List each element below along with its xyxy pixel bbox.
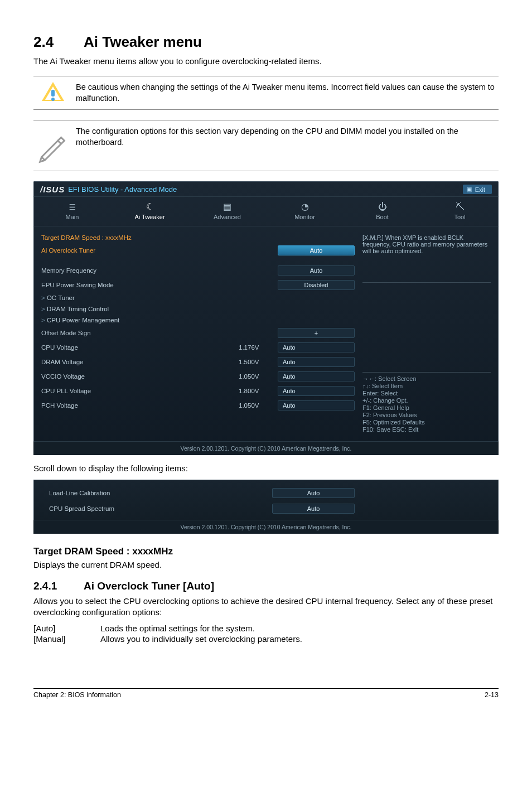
option-auto: [Auto]Loads the optimal settings for the… (33, 624, 499, 633)
tab-monitor[interactable]: ◔Monitor (266, 197, 344, 226)
bios-tab-bar: ≣Main ☾Ai Tweaker ▤Advanced ◔Monitor ⏻Bo… (33, 196, 499, 226)
bios-key-help: →←: Select Screen ↑↓: Select Item Enter:… (362, 372, 491, 433)
exit-button[interactable]: ▣ Exit (463, 185, 492, 194)
bios-footer-2: Version 2.00.1201. Copyright (C) 2010 Am… (33, 520, 499, 534)
scroll-instruction: Scroll down to display the following ite… (33, 463, 499, 474)
bios-logo: /ISUS (40, 185, 65, 194)
epu-power-saving-row[interactable]: EPU Power Saving Mode Disabled (41, 278, 355, 292)
subsection-heading: 2.4.1Ai Overclock Tuner [Auto] (33, 580, 499, 592)
tab-main[interactable]: ≣Main (33, 197, 111, 226)
list-icon: ≣ (33, 201, 111, 212)
tab-boot[interactable]: ⏻Boot (344, 197, 421, 226)
cpu-pll-voltage-current: 1.800V (239, 388, 278, 394)
epu-power-saving-label: EPU Power Saving Mode (41, 282, 278, 288)
pch-voltage-row[interactable]: PCH Voltage 1.050V Auto (41, 398, 355, 413)
cpu-pll-voltage-row[interactable]: CPU PLL Voltage 1.800V Auto (41, 384, 355, 398)
moon-icon: ☾ (111, 201, 188, 212)
note-text: The configuration options for this secti… (72, 126, 499, 148)
offset-mode-sign-value[interactable]: + (278, 328, 355, 338)
dram-timing-row[interactable]: DRAM Timing Control (41, 303, 355, 315)
cpu-voltage-row[interactable]: CPU Voltage 1.176V Auto (41, 340, 355, 355)
load-line-calibration-value[interactable]: Auto (272, 488, 355, 498)
target-dram-heading: Target DRAM Speed : xxxxMHz (33, 546, 499, 557)
note-callout: The configuration options for this secti… (33, 120, 499, 171)
load-line-calibration-row[interactable]: Load-Line Calibration Auto (49, 485, 483, 501)
cpu-pll-voltage-value[interactable]: Auto (278, 386, 355, 396)
offset-mode-sign-row[interactable]: Offset Mode Sign + (41, 326, 355, 340)
intro-paragraph: The Ai Tweaker menu items allow you to c… (33, 56, 499, 66)
warning-callout: Be cautious when changing the settings o… (33, 76, 499, 110)
epu-power-saving-value[interactable]: Disabled (278, 280, 355, 290)
target-dram-speed-label: Target DRAM Speed : xxxxMHz (41, 234, 355, 241)
dram-voltage-row[interactable]: DRAM Voltage 1.500V Auto (41, 355, 355, 369)
vccio-voltage-current: 1.050V (239, 373, 278, 380)
bios-help-text: [X.M.P.] When XMP is enabled BCLK freque… (362, 234, 491, 283)
memory-frequency-label: Memory Frequency (41, 267, 278, 274)
memory-frequency-value[interactable]: Auto (278, 265, 355, 276)
warning-text: Be cautious when changing the settings o… (72, 82, 499, 104)
gauge-icon: ◔ (266, 201, 344, 212)
offset-mode-sign-label: Offset Mode Sign (41, 330, 278, 336)
bios-footer: Version 2.00.1201. Copyright (C) 2010 Am… (33, 441, 499, 455)
option-manual: [Manual]Allows you to individually set o… (33, 634, 499, 644)
exit-icon: ▣ (466, 186, 472, 193)
footer-page-number: 2-13 (485, 691, 499, 699)
cpu-voltage-current: 1.176V (239, 344, 278, 351)
cpu-voltage-value[interactable]: Auto (278, 342, 355, 352)
subsection-title: Ai Overclock Tuner [Auto] (84, 580, 214, 592)
tool-icon: ⛏ (421, 201, 499, 212)
footer-chapter: Chapter 2: BIOS information (33, 691, 121, 699)
dram-voltage-value[interactable]: Auto (278, 357, 355, 367)
ai-overclock-tuner-row[interactable]: Ai Overclock Tuner Auto (41, 243, 355, 258)
vccio-voltage-row[interactable]: VCCIO Voltage 1.050V Auto (41, 369, 355, 384)
dram-voltage-current: 1.500V (239, 359, 278, 365)
memory-frequency-row[interactable]: Memory Frequency Auto (41, 263, 355, 278)
cpu-spread-spectrum-value[interactable]: Auto (272, 504, 355, 514)
chip-icon: ▤ (188, 201, 266, 212)
ai-overclock-tuner-value[interactable]: Auto (278, 245, 355, 255)
warning-icon (33, 82, 72, 101)
subsection-body: Allows you to select the CPU overclockin… (33, 596, 499, 619)
page-footer: Chapter 2: BIOS information 2-13 (33, 688, 499, 699)
vccio-voltage-value[interactable]: Auto (278, 371, 355, 381)
cpu-power-mgmt-row[interactable]: CPU Power Management (41, 315, 355, 326)
pch-voltage-current: 1.050V (239, 402, 278, 409)
ai-overclock-tuner-label: Ai Overclock Tuner (41, 247, 278, 254)
pen-icon (33, 126, 72, 165)
section-title-text: Ai Tweaker menu (84, 33, 202, 50)
tab-advanced[interactable]: ▤Advanced (188, 197, 266, 226)
target-dram-body: Displays the current DRAM speed. (33, 559, 499, 571)
power-icon: ⏻ (344, 201, 421, 212)
section-heading: 2.4Ai Tweaker menu (33, 33, 499, 51)
pch-voltage-value[interactable]: Auto (278, 400, 355, 410)
cpu-spread-spectrum-row[interactable]: CPU Spread Spectrum Auto (49, 501, 483, 516)
oc-tuner-row[interactable]: OC Tuner (41, 292, 355, 303)
bios-panel-2: Load-Line Calibration Auto CPU Spread Sp… (33, 480, 499, 534)
section-number: 2.4 (33, 33, 84, 51)
bios-panel: /ISUS EFI BIOS Utility - Advanced Mode ▣… (33, 181, 499, 455)
bios-title: EFI BIOS Utility - Advanced Mode (68, 185, 177, 194)
subsection-number: 2.4.1 (33, 580, 84, 592)
tab-ai-tweaker[interactable]: ☾Ai Tweaker (111, 197, 188, 226)
tab-tool[interactable]: ⛏Tool (421, 197, 499, 226)
exit-label: Exit (475, 186, 485, 193)
